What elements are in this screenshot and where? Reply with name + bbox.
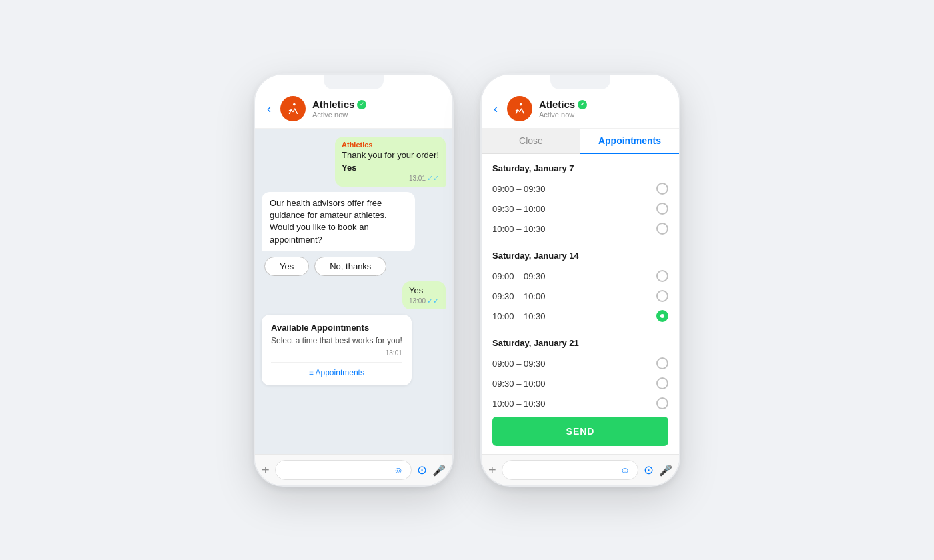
time-slot-2-0[interactable]: 09:00 – 09:30 <box>492 266 668 286</box>
time-text-3-0: 09:00 – 09:30 <box>492 359 546 369</box>
radio-1-0[interactable] <box>656 183 668 195</box>
time-text-3-2: 10:00 – 10:30 <box>492 399 546 409</box>
phone-right: ‹ Atletics ✓ Active now Close Appointmen… <box>480 73 680 487</box>
date-label-1: Saturday, January 7 <box>492 163 668 173</box>
input-area-right[interactable]: ☺ <box>502 460 638 480</box>
header-status-left: Active now <box>312 111 443 119</box>
appointment-card: Available Appointments Select a time tha… <box>262 315 412 385</box>
sender-name-1: Athletics <box>342 141 439 149</box>
time-text-1-0: 09:00 – 09:30 <box>492 184 546 194</box>
radio-2-2[interactable] <box>656 310 668 322</box>
header-info-right: Atletics ✓ Active now <box>539 99 670 119</box>
time-text-1-1: 09:30 – 10:00 <box>492 204 546 214</box>
svg-point-1 <box>520 103 522 106</box>
mic-icon-right[interactable]: 🎤 <box>659 464 672 477</box>
date-section-3: Saturday, January 21 09:00 – 09:30 09:30… <box>492 338 668 409</box>
appointments-list: Saturday, January 7 09:00 – 09:30 09:30 … <box>482 154 679 409</box>
time-slot-2-1[interactable]: 09:30 – 10:00 <box>492 286 668 306</box>
time-slot-3-1[interactable]: 09:30 – 10:00 <box>492 373 668 393</box>
card-time: 13:01 <box>271 349 402 357</box>
time-slot-3-2[interactable]: 10:00 – 10:30 <box>492 393 668 409</box>
avatar-right <box>507 96 532 121</box>
emoji-icon-left[interactable]: ☺ <box>394 465 403 475</box>
header-status-right: Active now <box>539 111 670 119</box>
date-label-3: Saturday, January 21 <box>492 338 668 348</box>
header-info-left: Athletics ✓ Active now <box>312 99 443 119</box>
plus-icon-left[interactable]: + <box>262 463 270 478</box>
back-button-right[interactable]: ‹ <box>491 101 500 117</box>
mic-icon-left[interactable]: 🎤 <box>432 464 446 477</box>
checkmarks-2: ✓✓ <box>427 297 439 305</box>
radio-2-0[interactable] <box>656 270 668 282</box>
time-slot-2-2[interactable]: 10:00 – 10:30 <box>492 306 668 326</box>
send-btn-container: SEND <box>482 409 679 454</box>
radio-1-2[interactable] <box>656 223 668 235</box>
card-desc: Select a time that best works for you! <box>271 335 402 347</box>
phone-left: ‹ Athletics ✓ Active now Athletics <box>254 73 454 487</box>
camera-icon-right[interactable]: ⊙ <box>644 463 654 477</box>
time-text-2-1: 09:30 – 10:00 <box>492 291 546 301</box>
msg-time-2: 13:00 ✓✓ <box>409 297 439 305</box>
bubble-in-1: Our health advisors offer free guidance … <box>262 192 415 251</box>
time-slot-3-0[interactable]: 09:00 – 09:30 <box>492 353 668 373</box>
radio-3-1[interactable] <box>656 377 668 389</box>
plus-icon-right[interactable]: + <box>488 463 496 478</box>
camera-icon-left[interactable]: ⊙ <box>417 463 427 477</box>
svg-point-0 <box>293 103 296 106</box>
msg-subtext-1: Yes <box>342 163 439 173</box>
radio-3-0[interactable] <box>656 357 668 369</box>
phones-container: ‹ Athletics ✓ Active now Athletics <box>254 73 680 487</box>
msg-time-1: 13:01 ✓✓ <box>342 174 439 183</box>
time-text-1-2: 10:00 – 10:30 <box>492 224 546 234</box>
notch-right <box>550 75 610 89</box>
chat-body-left: Athletics Thank you for your order! Yes … <box>255 129 452 454</box>
time-slot-1-0[interactable]: 09:00 – 09:30 <box>492 179 668 199</box>
back-button-left[interactable]: ‹ <box>264 101 274 117</box>
quick-reply-yes[interactable]: Yes <box>264 257 309 276</box>
verified-badge-right: ✓ <box>578 100 587 109</box>
panel-tabs: Close Appointments <box>482 129 679 154</box>
time-text-2-2: 10:00 – 10:30 <box>492 311 546 321</box>
bubble-out-1: Athletics Thank you for your order! Yes … <box>335 137 446 187</box>
chat-footer-right: + ☺ ⊙ 🎤 <box>482 454 679 485</box>
notch-left <box>324 75 384 89</box>
time-slot-1-1[interactable]: 09:30 – 10:00 <box>492 199 668 219</box>
time-text-2-0: 09:00 – 09:30 <box>492 271 546 281</box>
msg-text-1: Thank you for your order! <box>342 150 439 160</box>
radio-1-1[interactable] <box>656 203 668 215</box>
checkmarks-1: ✓✓ <box>427 174 439 183</box>
emoji-icon-right[interactable]: ☺ <box>620 465 630 475</box>
header-name-right: Atletics ✓ <box>539 99 670 110</box>
date-section-1: Saturday, January 7 09:00 – 09:30 09:30 … <box>492 163 668 239</box>
avatar-left <box>280 96 306 121</box>
quick-reply-no[interactable]: No, thanks <box>314 257 386 276</box>
msg-text-incoming-1: Our health advisors offer free guidance … <box>270 197 407 246</box>
date-label-2: Saturday, January 14 <box>492 251 668 261</box>
card-title: Available Appointments <box>271 323 402 333</box>
send-button[interactable]: SEND <box>492 417 668 446</box>
radio-3-2[interactable] <box>656 397 668 409</box>
verified-badge-left: ✓ <box>357 100 366 109</box>
tab-appointments[interactable]: Appointments <box>580 129 679 154</box>
time-slot-1-2[interactable]: 10:00 – 10:30 <box>492 219 668 239</box>
appointment-link[interactable]: ≡ Appointments <box>271 362 402 377</box>
time-text-3-1: 09:30 – 10:00 <box>492 379 546 389</box>
radio-2-1[interactable] <box>656 290 668 302</box>
quick-replies: Yes No, thanks <box>264 257 386 276</box>
msg-text-yes: Yes <box>409 285 439 295</box>
tab-close[interactable]: Close <box>482 129 580 153</box>
chat-footer-left: + ☺ ⊙ 🎤 <box>255 454 452 485</box>
date-section-2: Saturday, January 14 09:00 – 09:30 09:30… <box>492 251 668 326</box>
header-name-left: Athletics ✓ <box>312 99 443 110</box>
bubble-out-2: Yes 13:00 ✓✓ <box>402 281 446 309</box>
input-area-left[interactable]: ☺ <box>275 460 412 480</box>
